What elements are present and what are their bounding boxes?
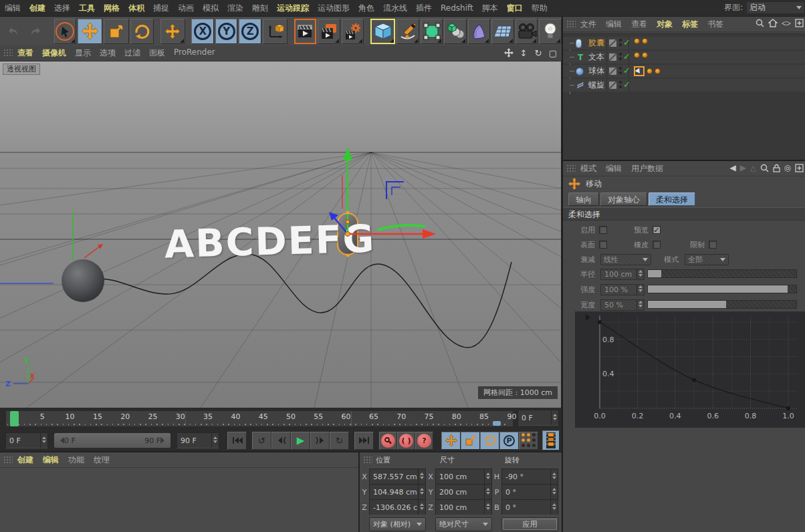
menubar-item-20[interactable]: 帮助	[532, 3, 548, 14]
viewport-menu-item-3[interactable]: 显示	[75, 47, 91, 59]
deformer-button[interactable]	[468, 19, 491, 44]
viewport-menu-item-4[interactable]: 选项	[100, 47, 116, 59]
tag-icon[interactable]	[634, 52, 640, 58]
menubar-item-1[interactable]: 编辑	[5, 3, 21, 14]
floor-button[interactable]	[491, 19, 514, 44]
width-slider[interactable]	[647, 300, 797, 309]
curve-point[interactable]	[598, 320, 602, 324]
spinner-icon[interactable]	[484, 485, 491, 499]
tag-icon[interactable]	[655, 68, 661, 74]
layer-swatch[interactable]	[609, 53, 616, 61]
end-frame-field[interactable]: 90 F	[177, 432, 219, 448]
viewport-menu-item-2[interactable]: 摄像机	[42, 47, 66, 59]
spinner-icon[interactable]	[40, 433, 47, 448]
enabled-check-icon[interactable]: ✓	[623, 51, 630, 61]
spinner-icon[interactable]	[637, 269, 644, 279]
eye-icon[interactable]	[782, 20, 791, 27]
object-manager-menu-item-6[interactable]: 书签	[707, 19, 723, 30]
material-menu-item-2[interactable]: 编辑	[43, 454, 59, 466]
spinner-icon[interactable]	[418, 469, 425, 484]
menubar-item-18[interactable]: 脚本	[482, 3, 498, 14]
panel-grip[interactable]	[3, 456, 13, 464]
frame-range-slider[interactable]: 0 F 90 F	[53, 432, 171, 448]
material-menu-item-4[interactable]: 纹理	[94, 454, 110, 466]
position-field[interactable]: -1306.026 cm	[369, 499, 426, 515]
tag-icon[interactable]	[642, 52, 648, 58]
menubar-item-3[interactable]: 选择	[54, 3, 70, 14]
next-key-button[interactable]	[310, 432, 330, 450]
object-row[interactable]: 胶囊✓	[563, 37, 805, 49]
viewport-menu-item-5[interactable]: 过滤	[124, 47, 140, 59]
timeline-tick[interactable]: 60	[342, 412, 351, 421]
position-mode-dropdown[interactable]: 对象 (相对)	[369, 517, 426, 531]
object-row[interactable]: 螺旋✓	[563, 79, 805, 92]
timeline-tick[interactable]: 15	[93, 412, 102, 421]
visibility-dots[interactable]	[619, 67, 622, 74]
move-tool-button[interactable]	[78, 19, 102, 44]
helix-spline[interactable]	[94, 254, 511, 348]
perspective-viewport[interactable]: 透视视图 ABCDEFG	[0, 61, 562, 408]
object-name[interactable]: 文本	[588, 51, 604, 63]
spinner-icon[interactable]	[211, 433, 219, 448]
strength-slider[interactable]	[647, 285, 797, 293]
history-back-icon[interactable]: ◀	[730, 163, 736, 172]
sphere-object[interactable]	[62, 259, 104, 302]
panel-grip[interactable]	[3, 49, 13, 57]
text-object[interactable]: ABCDEFG	[164, 217, 376, 267]
x-axis-lock-button[interactable]: X	[191, 19, 214, 44]
layer-swatch[interactable]	[609, 82, 616, 89]
spinner-icon[interactable]	[550, 500, 558, 515]
falloff-curve-graph[interactable]: 0.00.20.40.60.81.00.80.4	[575, 311, 805, 428]
menubar-item-11[interactable]: 雕刻	[252, 3, 268, 14]
radius-slider[interactable]	[647, 269, 797, 278]
timeline-tick[interactable]: 85	[479, 412, 489, 421]
object-row[interactable]: 球体✓	[563, 65, 805, 78]
viewport-toggle-icon[interactable]: ▢	[547, 47, 559, 59]
spinner-icon[interactable]	[550, 469, 558, 484]
object-row[interactable]: T文本✓	[563, 51, 805, 63]
coordinate-system-button[interactable]	[263, 19, 288, 44]
timeline-frame-field[interactable]: 0 F	[518, 410, 559, 426]
spinner-icon[interactable]	[637, 285, 644, 295]
history-forward-icon[interactable]: ▶	[740, 163, 746, 172]
layer-swatch[interactable]	[609, 39, 616, 47]
object-manager-menu-item-4[interactable]: 对象	[657, 19, 673, 30]
redo-button[interactable]	[25, 19, 48, 44]
material-menu-item-3[interactable]: 功能	[68, 454, 84, 466]
timeline-tick[interactable]: 90	[507, 412, 516, 421]
menubar-item-5[interactable]: 网格	[104, 3, 120, 14]
camera-button[interactable]	[515, 19, 538, 44]
menubar-item-15[interactable]: 流水线	[383, 3, 407, 14]
arrow-up-icon[interactable]: △	[750, 164, 756, 172]
play-button[interactable]: ▶	[291, 432, 310, 450]
range-left-icon[interactable]	[57, 437, 64, 444]
object-name[interactable]: 胶囊	[588, 37, 604, 49]
subdivision-surface-button[interactable]	[421, 19, 443, 44]
timeline-tick[interactable]: 5	[40, 412, 45, 421]
timeline-tick[interactable]: 40	[231, 412, 240, 421]
limit-checkbox[interactable]	[709, 241, 717, 249]
spinner-icon[interactable]	[484, 469, 491, 484]
object-manager-menu-item-5[interactable]: 标签	[682, 19, 698, 30]
target-icon[interactable]: ◎	[784, 163, 791, 172]
graph-expander-icon[interactable]	[586, 314, 590, 321]
render-view-button[interactable]	[294, 19, 317, 44]
tag-icon[interactable]	[634, 38, 640, 44]
add-icon[interactable]	[795, 164, 804, 172]
timeline-tick[interactable]: 25	[148, 412, 158, 421]
timeline-tick[interactable]: 45	[259, 412, 268, 421]
menubar-item-12[interactable]: 运动跟踪	[277, 3, 309, 14]
play-backwards-button[interactable]: ↺	[252, 432, 271, 450]
render-picture-viewer-button[interactable]	[318, 19, 340, 44]
viewport-pan-icon[interactable]	[503, 47, 515, 59]
light-button[interactable]	[539, 19, 562, 44]
object-manager-menu-item-3[interactable]: 查看	[631, 19, 647, 30]
attribute-menu-item-3[interactable]: 用户数据	[631, 163, 663, 174]
timeline-tick[interactable]: 70	[396, 412, 406, 421]
key-scale-button[interactable]	[461, 432, 480, 450]
timeline-tick[interactable]: 50	[286, 412, 296, 421]
search-icon[interactable]	[756, 19, 764, 27]
visibility-dots[interactable]	[619, 53, 622, 60]
object-name[interactable]: 球体	[588, 65, 604, 77]
scale-tool-button[interactable]	[104, 19, 128, 44]
